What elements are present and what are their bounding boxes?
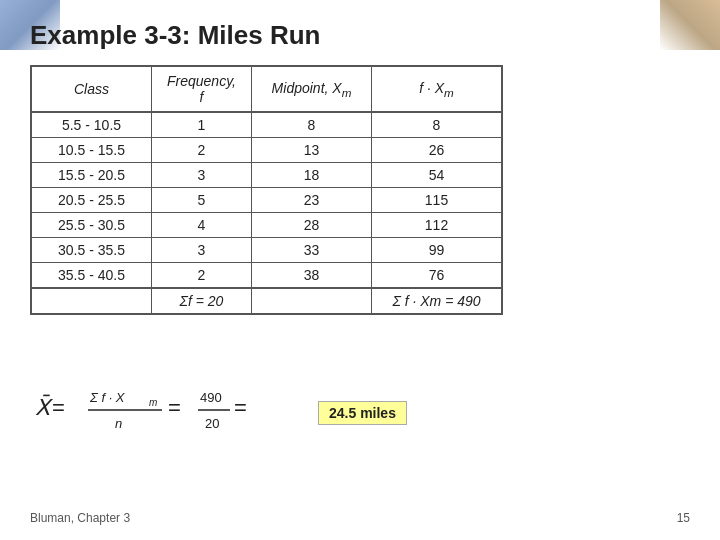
cell-class: 35.5 - 40.5: [32, 263, 152, 289]
cell-fxm: 99: [372, 238, 502, 263]
cell-mid: 28: [252, 213, 372, 238]
col-header-freq: Frequency, f: [152, 67, 252, 113]
cell-fxm: 54: [372, 163, 502, 188]
table-row: 20.5 - 25.5 5 23 115: [32, 188, 502, 213]
table-row: 15.5 - 20.5 3 18 54: [32, 163, 502, 188]
svg-text:20: 20: [205, 416, 219, 431]
cell-freq: 2: [152, 138, 252, 163]
sum-mid: [252, 288, 372, 314]
table-row: 35.5 - 40.5 2 38 76: [32, 263, 502, 289]
cell-mid: 33: [252, 238, 372, 263]
svg-text:=: =: [234, 395, 247, 420]
svg-text:m: m: [149, 397, 157, 408]
corner-decoration-tr: [660, 0, 720, 50]
footer-page: 15: [677, 511, 690, 525]
cell-class: 25.5 - 30.5: [32, 213, 152, 238]
data-table: Class Frequency, f Midpoint, Xm f · Xm 5…: [30, 65, 503, 315]
cell-freq: 1: [152, 112, 252, 138]
sum-freq: Σf = 20: [152, 288, 252, 314]
formula-svg: X̄ = Σ f · X m n = 490 20 =: [30, 380, 310, 445]
cell-fxm: 115: [372, 188, 502, 213]
table-row: 5.5 - 10.5 1 8 8: [32, 112, 502, 138]
svg-text:n: n: [115, 416, 122, 431]
col-header-fxm: f · Xm: [372, 67, 502, 113]
cell-mid: 18: [252, 163, 372, 188]
cell-class: 20.5 - 25.5: [32, 188, 152, 213]
col-header-mid: Midpoint, Xm: [252, 67, 372, 113]
svg-text:Σ f · X: Σ f · X: [89, 390, 126, 405]
svg-text:=: =: [52, 395, 65, 420]
table-row: 25.5 - 30.5 4 28 112: [32, 213, 502, 238]
cell-mid: 8: [252, 112, 372, 138]
sum-fxm: Σ f · Xm = 490: [372, 288, 502, 314]
cell-freq: 5: [152, 188, 252, 213]
cell-freq: 4: [152, 213, 252, 238]
formula-area: X̄ = Σ f · X m n = 490 20 = 24.5 miles: [30, 380, 407, 445]
table-row: 10.5 - 15.5 2 13 26: [32, 138, 502, 163]
cell-fxm: 8: [372, 112, 502, 138]
cell-mid: 23: [252, 188, 372, 213]
cell-freq: 3: [152, 238, 252, 263]
cell-fxm: 26: [372, 138, 502, 163]
cell-freq: 2: [152, 263, 252, 289]
svg-text:=: =: [168, 395, 181, 420]
cell-fxm: 76: [372, 263, 502, 289]
footer-label: Bluman, Chapter 3: [30, 511, 130, 525]
table-header-row: Class Frequency, f Midpoint, Xm f · Xm: [32, 67, 502, 113]
cell-class: 5.5 - 10.5: [32, 112, 152, 138]
table-row: 30.5 - 35.5 3 33 99: [32, 238, 502, 263]
cell-mid: 38: [252, 263, 372, 289]
footer: Bluman, Chapter 3 15: [0, 511, 720, 525]
cell-class: 30.5 - 35.5: [32, 238, 152, 263]
cell-mid: 13: [252, 138, 372, 163]
cell-freq: 3: [152, 163, 252, 188]
result-box: 24.5 miles: [318, 401, 407, 425]
page-title: Example 3-3: Miles Run: [30, 20, 320, 51]
cell-class: 15.5 - 20.5: [32, 163, 152, 188]
sum-class: [32, 288, 152, 314]
table-sum-row: Σf = 20 Σ f · Xm = 490: [32, 288, 502, 314]
cell-class: 10.5 - 15.5: [32, 138, 152, 163]
col-header-class: Class: [32, 67, 152, 113]
svg-text:490: 490: [200, 390, 222, 405]
cell-fxm: 112: [372, 213, 502, 238]
